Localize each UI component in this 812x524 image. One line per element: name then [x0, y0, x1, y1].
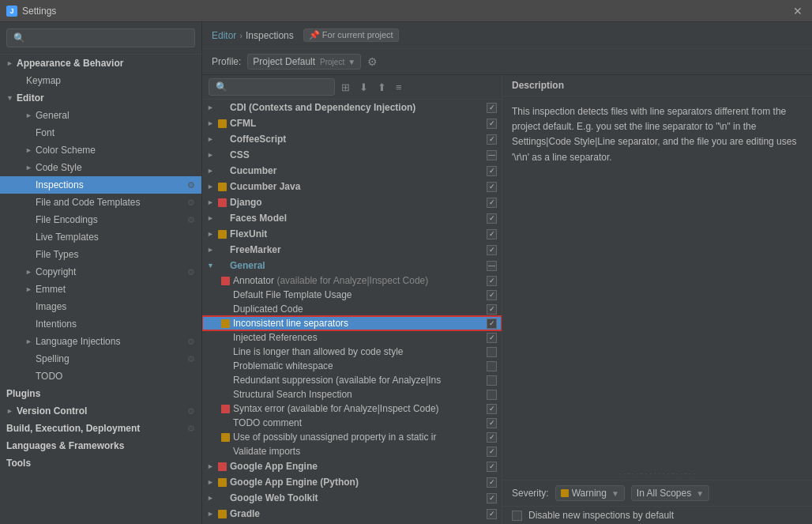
insp-group-css[interactable]: ► CSS — [202, 147, 502, 163]
item-cb-syntax-error[interactable]: ✓ [487, 404, 497, 414]
item-cb-annotator[interactable]: ✓ [487, 276, 497, 286]
insp-item-validate-imports[interactable]: Validate imports ✓ [202, 444, 502, 458]
item-cb-inconsistent-line[interactable]: ✓ [487, 319, 497, 329]
group-label-cfml: CFML [230, 118, 483, 129]
sidebar-item-general[interactable]: ►General [0, 107, 201, 124]
expand-all-btn[interactable]: ⬇ [356, 80, 371, 95]
group-arrow-faces-model: ► [207, 214, 215, 222]
insp-group-flexunit[interactable]: ► FlexUnit ✓ [202, 226, 502, 242]
insp-item-injected-refs[interactable]: Injected References ✓ [202, 330, 502, 345]
group-cb-flexunit[interactable]: ✓ [487, 229, 497, 239]
group-cb-cdi[interactable]: ✓ [487, 103, 497, 113]
sidebar-item-plugins[interactable]: Plugins [0, 385, 201, 402]
item-cb-redundant-suppr[interactable] [487, 375, 497, 386]
insp-group-freemarker[interactable]: ► FreeMarker ✓ [202, 242, 502, 258]
sidebar-item-inspections[interactable]: Inspections⚙ [0, 176, 201, 194]
insp-item-redundant-suppr[interactable]: Redundant suppression (available for Ana… [202, 373, 502, 387]
insp-item-unassigned-prop[interactable]: Use of possibly unassigned property in a… [202, 430, 502, 444]
group-cb-general[interactable]: — [487, 261, 497, 271]
insp-item-problematic-ws[interactable]: Problematic whitespace [202, 359, 502, 373]
insp-item-structural-search[interactable]: Structural Search Inspection [202, 387, 502, 401]
sidebar-item-lang-frameworks[interactable]: Languages & Frameworks [0, 437, 201, 454]
severity-select[interactable]: Warning ▼ [555, 485, 625, 501]
sidebar-item-emmet[interactable]: ►Emmet [0, 281, 201, 298]
profile-gear-icon[interactable]: ⚙ [367, 55, 378, 68]
group-cb-freemarker[interactable]: ✓ [487, 245, 497, 255]
item-label-injected-refs: Injected References [233, 332, 483, 343]
insp-group-gradle[interactable]: ► Gradle ✓ [202, 506, 502, 522]
sidebar-item-code-style[interactable]: ►Code Style [0, 159, 201, 176]
sidebar-item-version-control[interactable]: ►Version Control⚙ [0, 402, 201, 420]
group-label-django: Django [230, 197, 483, 208]
item-cb-injected-refs[interactable]: ✓ [487, 333, 497, 343]
sidebar-search-input[interactable] [6, 28, 195, 47]
insp-group-cucumber-java[interactable]: ► Cucumber Java ✓ [202, 179, 502, 194]
insp-item-default-file-template[interactable]: Default File Template Usage ✓ [202, 288, 502, 302]
insp-group-general[interactable]: ▼ General — [202, 258, 502, 273]
group-cb-google-app-engine[interactable]: ✓ [487, 462, 497, 472]
insp-item-todo-comment[interactable]: TODO comment ✓ [202, 416, 502, 430]
insp-item-syntax-error[interactable]: Syntax error (available for Analyze|Insp… [202, 401, 502, 416]
collapse-all-btn[interactable]: ⬆ [374, 80, 389, 95]
sidebar-item-color-scheme[interactable]: ►Color Scheme [0, 141, 201, 159]
sidebar-label-file-encodings: File Encodings [36, 214, 185, 225]
item-cb-line-too-long[interactable] [487, 347, 497, 357]
profile-select[interactable]: Project Default Project ▼ [247, 54, 361, 70]
group-cb-gradle[interactable]: ✓ [487, 509, 497, 519]
group-cb-css[interactable]: — [487, 150, 497, 160]
item-cb-problematic-ws[interactable] [487, 361, 497, 371]
group-cb-django[interactable]: ✓ [487, 198, 497, 208]
sidebar-item-copyright[interactable]: ►Copyright⚙ [0, 263, 201, 281]
insp-group-cfml[interactable]: ► CFML ✓ [202, 115, 502, 131]
sidebar-item-build-exec-deploy[interactable]: Build, Execution, Deployment⚙ [0, 420, 201, 437]
item-cb-todo-comment[interactable]: ✓ [487, 418, 497, 428]
sidebar-item-file-types[interactable]: File Types [0, 246, 201, 263]
item-cb-duplicated-code[interactable]: ✓ [487, 304, 497, 315]
sidebar-item-font[interactable]: Font [0, 124, 201, 141]
group-cb-cucumber-java[interactable]: ✓ [487, 182, 497, 192]
insp-group-google-web-toolkit[interactable]: ► Google Web Toolkit ✓ [202, 490, 502, 506]
sidebar-item-editor[interactable]: ▼Editor [0, 89, 201, 107]
group-cb-coffeescript[interactable]: ✓ [487, 134, 497, 145]
sidebar-item-file-code-templates[interactable]: File and Code Templates⚙ [0, 194, 201, 211]
window-title: Settings [22, 6, 56, 17]
insp-group-google-app-engine[interactable]: ► Google App Engine ✓ [202, 458, 502, 474]
sidebar-item-appearance[interactable]: ►Appearance & Behavior [0, 55, 201, 72]
close-button[interactable]: ✕ [790, 3, 806, 19]
sidebar-item-tools[interactable]: Tools [0, 454, 201, 472]
insp-item-line-too-long[interactable]: Line is longer than allowed by code styl… [202, 345, 502, 359]
sidebar-item-lang-injections[interactable]: ►Language Injections⚙ [0, 333, 201, 350]
sidebar-item-file-encodings[interactable]: File Encodings⚙ [0, 211, 201, 228]
sidebar-item-keymap[interactable]: Keymap [0, 72, 201, 89]
insp-group-google-app-engine-python[interactable]: ► Google App Engine (Python) ✓ [202, 474, 502, 490]
group-cb-cfml[interactable]: ✓ [487, 119, 497, 129]
item-cb-unassigned-prop[interactable]: ✓ [487, 432, 497, 443]
item-cb-validate-imports[interactable]: ✓ [487, 447, 497, 457]
insp-group-faces-model[interactable]: ► Faces Model ✓ [202, 210, 502, 226]
insp-group-django[interactable]: ► Django ✓ [202, 194, 502, 210]
insp-item-inconsistent-line[interactable]: Inconsistent line separators ✓ [202, 316, 502, 330]
sidebar-item-todo[interactable]: TODO [0, 368, 201, 385]
insp-item-duplicated-code[interactable]: Duplicated Code ✓ [202, 302, 502, 316]
sidebar-item-live-templates[interactable]: Live Templates [0, 228, 201, 246]
group-cb-google-app-engine-python[interactable]: ✓ [487, 477, 497, 488]
insp-item-annotator[interactable]: Annotator (available for Analyze|Inspect… [202, 273, 502, 288]
inspection-list: ⊞ ⬇ ⬆ ≡ ► CDI (Contexts and Dependency I… [202, 75, 502, 524]
item-cb-structural-search[interactable] [487, 390, 497, 400]
insp-group-cucumber[interactable]: ► Cucumber ✓ [202, 163, 502, 179]
scope-select[interactable]: In All Scopes ▼ [631, 485, 709, 501]
insp-group-coffeescript[interactable]: ► CoffeeScript ✓ [202, 131, 502, 147]
disable-inspections-checkbox[interactable] [512, 511, 522, 521]
group-cb-google-web-toolkit[interactable]: ✓ [487, 493, 497, 503]
item-cb-default-file-template[interactable]: ✓ [487, 290, 497, 300]
sidebar-item-images[interactable]: Images [0, 298, 201, 315]
sidebar-item-intentions[interactable]: Intentions [0, 315, 201, 333]
filter-btn[interactable]: ⊞ [338, 80, 353, 95]
sidebar-item-spelling[interactable]: Spelling⚙ [0, 350, 201, 368]
sidebar-label-editor: Editor [17, 92, 195, 104]
inspection-search-input[interactable] [209, 78, 335, 96]
insp-group-cdi[interactable]: ► CDI (Contexts and Dependency Injection… [202, 100, 502, 115]
group-cb-faces-model[interactable]: ✓ [487, 213, 497, 224]
group-cb-cucumber[interactable]: ✓ [487, 166, 497, 176]
more-options-btn[interactable]: ≡ [393, 80, 405, 95]
